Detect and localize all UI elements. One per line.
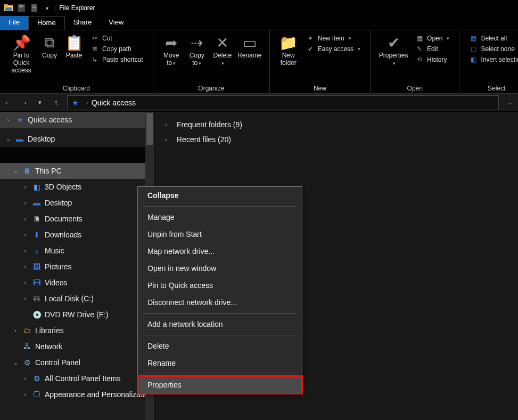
chevron-right-icon[interactable]: ›	[21, 279, 29, 286]
ctx-unpin[interactable]: Unpin from Start	[138, 226, 302, 243]
chevron-right-icon[interactable]: ›	[165, 121, 171, 128]
tree-all-cp-items[interactable]: ›⚙All Control Panel Items	[0, 370, 154, 386]
copy-path-button[interactable]: ≣Copy path	[88, 44, 145, 54]
chevron-right-icon[interactable]: ›	[165, 136, 171, 143]
properties-button[interactable]: ✔ Properties▾	[376, 32, 411, 68]
ribbon-group-new: 📁 New folder ✦New item▾ ✔Easy access▾ Ne…	[270, 30, 371, 93]
ctx-collapse[interactable]: Collapse	[138, 187, 302, 204]
tree-network[interactable]: ›🖧Network	[0, 339, 154, 355]
ctx-pin-quick[interactable]: Pin to Quick access	[138, 277, 302, 294]
open-button[interactable]: ▦Open▾	[413, 34, 451, 43]
chevron-right-icon[interactable]: ›	[21, 184, 29, 190]
pin-quick-access-button[interactable]: 📌 Pin to Quick access	[5, 32, 37, 75]
copy-button[interactable]: ⧉ Copy	[37, 32, 62, 60]
chevron-down-icon[interactable]: ⌄	[12, 359, 19, 366]
ctx-rename[interactable]: Rename	[138, 355, 302, 372]
tree-control-panel[interactable]: ⌄⚙Control Panel	[0, 355, 154, 370]
tree-desktop-sub[interactable]: ›▬Desktop	[0, 195, 154, 211]
ribbon-group-organize: ➦ Move to▾ ⇢ Copy to▾ ✕ Delete▾ ▭ Rename…	[153, 30, 270, 93]
tree-label: Pictures	[45, 262, 72, 271]
ctx-manage[interactable]: Manage	[138, 209, 302, 226]
open-label: Open	[427, 35, 442, 42]
copy-icon: ⧉	[44, 34, 55, 52]
scrollbar-thumb[interactable]	[146, 113, 153, 145]
ctx-delete[interactable]: Delete	[138, 337, 302, 355]
group-recent-files[interactable]: › Recent files (20)	[154, 132, 518, 147]
chevron-right-icon[interactable]: ›	[21, 263, 29, 270]
tree-this-pc[interactable]: ⌄ 🖥 This PC	[0, 163, 154, 179]
breadcrumb-chevron-icon: ›	[86, 100, 88, 106]
tree-pictures[interactable]: ›🖼Pictures	[0, 259, 154, 275]
tab-file[interactable]: File	[0, 16, 28, 30]
ctx-add-location[interactable]: Add a network location	[138, 316, 302, 333]
chevron-right-icon[interactable]: ›	[12, 327, 19, 334]
move-to-label: Move to▾	[162, 52, 181, 67]
ctx-new-window[interactable]: Open in new window	[138, 260, 302, 277]
paste-shortcut-button[interactable]: ↳Paste shortcut	[88, 55, 145, 64]
history-button[interactable]: ⟲History	[413, 55, 451, 64]
tree-dvd-drive[interactable]: ›💿DVD RW Drive (E:)	[0, 307, 154, 323]
qat-save-icon[interactable]	[17, 4, 26, 12]
chevron-right-icon[interactable]: ›	[21, 200, 29, 206]
group-label: Frequent folders (9)	[177, 120, 242, 129]
nav-up-button[interactable]: ↑	[48, 95, 64, 111]
nav-recent-dropdown[interactable]: ▾	[32, 95, 48, 111]
tree-appearance[interactable]: ›🖵Appearance and Personalization	[0, 386, 154, 402]
paste-button[interactable]: 📋 Paste	[62, 32, 86, 60]
ribbon-group-open: ✔ Properties▾ ▦Open▾ ✎Edit ⟲History Open	[371, 30, 459, 93]
tree-downloads[interactable]: ›⬇Downloads	[0, 227, 154, 243]
new-folder-button[interactable]: 📁 New folder	[275, 32, 302, 68]
tab-share[interactable]: Share	[65, 16, 101, 30]
rename-button[interactable]: ▭ Rename	[235, 32, 264, 60]
ctx-map-drive[interactable]: Map network drive...	[138, 243, 302, 260]
chevron-right-icon[interactable]: ›	[21, 375, 29, 382]
nav-forward-button[interactable]: →	[16, 95, 32, 111]
ctx-properties[interactable]: Properties	[138, 376, 302, 393]
delete-button[interactable]: ✕ Delete▾	[210, 32, 235, 68]
address-dropdown[interactable]: ⌄	[502, 95, 518, 111]
chevron-right-icon[interactable]: ›	[21, 391, 29, 398]
tree-libraries[interactable]: ›🗂Libraries	[0, 323, 154, 339]
history-label: History	[427, 56, 447, 63]
copyto-icon: ⇢	[191, 34, 203, 52]
tree-music[interactable]: ›♪Music	[0, 243, 154, 259]
cut-button[interactable]: ✂Cut	[88, 34, 145, 43]
tree-redacted[interactable]	[0, 147, 154, 163]
star-icon: ★	[15, 116, 24, 124]
select-all-button[interactable]: ▦Select all	[467, 34, 518, 43]
chevron-down-icon[interactable]: ⌄	[4, 136, 12, 143]
easy-access-icon: ✔	[306, 45, 315, 53]
app-icon	[4, 4, 13, 12]
chevron-right-icon[interactable]: ›	[21, 295, 29, 302]
tree-quick-access[interactable]: › ★ Quick access	[0, 112, 154, 128]
tree-3d-objects[interactable]: ›◧3D Objects	[0, 179, 154, 195]
edit-button[interactable]: ✎Edit	[413, 44, 451, 54]
tab-view[interactable]: View	[100, 16, 132, 30]
nav-back-button[interactable]: ←	[0, 95, 16, 111]
tree-documents[interactable]: ›🗎Documents	[0, 211, 154, 227]
invert-selection-button[interactable]: ◧Invert selection	[467, 55, 518, 64]
new-item-icon: ✦	[306, 35, 315, 42]
copy-to-button[interactable]: ⇢ Copy to▾	[184, 32, 210, 68]
select-none-button[interactable]: ▢Select none	[467, 44, 518, 54]
new-item-button[interactable]: ✦New item▾	[304, 34, 363, 43]
qat-props-icon[interactable]	[30, 4, 38, 12]
chevron-right-icon[interactable]: ›	[4, 117, 12, 123]
group-frequent-folders[interactable]: › Frequent folders (9)	[154, 117, 518, 132]
chevron-down-icon[interactable]: ⌄	[12, 168, 19, 175]
tree-videos[interactable]: ›🎞Videos	[0, 275, 154, 291]
titlebar: ▾ | File Explorer	[0, 0, 518, 16]
open-group-label: Open	[407, 84, 423, 92]
paste-shortcut-label: Paste shortcut	[102, 56, 143, 63]
tab-home[interactable]: Home	[28, 16, 65, 30]
chevron-right-icon[interactable]: ›	[21, 248, 29, 254]
ctx-disconnect-drive[interactable]: Disconnect network drive...	[138, 294, 302, 311]
chevron-right-icon[interactable]: ›	[21, 216, 29, 222]
tree-local-disk[interactable]: ›⛁Local Disk (C:)	[0, 291, 154, 307]
tree-desktop[interactable]: ⌄ ▬ Desktop	[0, 131, 154, 147]
easy-access-button[interactable]: ✔Easy access▾	[304, 44, 363, 54]
chevron-right-icon[interactable]: ›	[21, 232, 29, 238]
move-to-button[interactable]: ➦ Move to▾	[159, 32, 184, 68]
qat-dropdown-icon[interactable]: ▾	[43, 4, 51, 12]
address-bar[interactable]: ★ › Quick access	[67, 95, 499, 110]
